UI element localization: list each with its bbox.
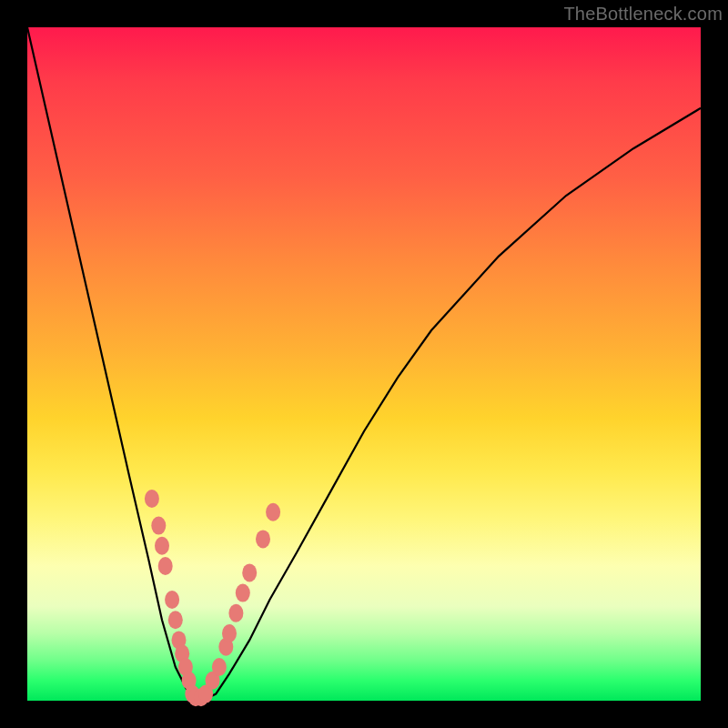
data-bead bbox=[212, 658, 227, 676]
data-bead bbox=[155, 537, 169, 555]
data-bead bbox=[165, 591, 179, 609]
bottleneck-curve bbox=[27, 27, 701, 701]
data-bead bbox=[158, 557, 173, 575]
data-bead bbox=[145, 490, 159, 508]
data-bead bbox=[228, 604, 243, 622]
data-bead bbox=[151, 517, 166, 535]
data-bead bbox=[256, 530, 270, 548]
bead-group bbox=[145, 490, 280, 706]
curve-layer bbox=[27, 27, 701, 701]
data-bead bbox=[236, 584, 250, 602]
chart-frame: TheBottleneck.com bbox=[0, 0, 728, 728]
data-bead bbox=[222, 624, 237, 642]
plot-area bbox=[27, 27, 701, 701]
data-bead bbox=[242, 563, 257, 581]
data-bead bbox=[168, 611, 183, 629]
watermark-text: TheBottleneck.com bbox=[563, 4, 723, 25]
data-bead bbox=[266, 503, 280, 521]
